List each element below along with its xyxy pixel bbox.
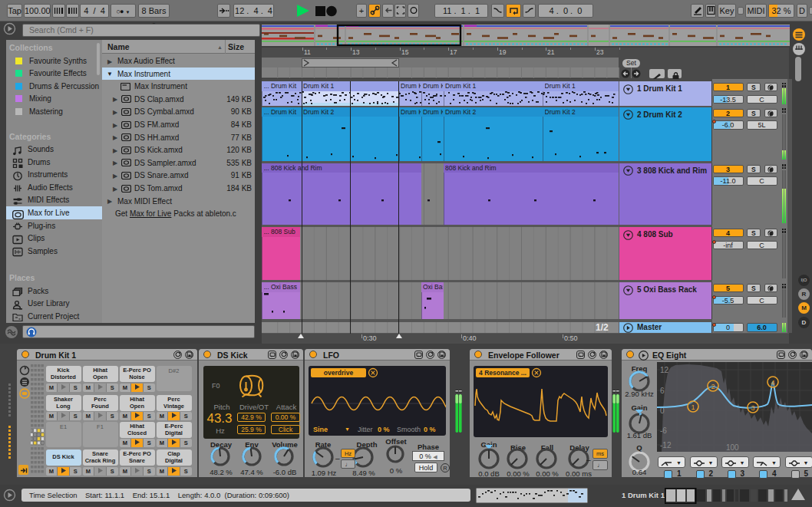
svg-text:2: 2 xyxy=(711,383,715,390)
svg-text:1: 1 xyxy=(691,403,695,411)
svg-text:12: 12 xyxy=(660,366,669,374)
svg-text:3: 3 xyxy=(751,404,754,412)
svg-text:-12: -12 xyxy=(660,441,672,449)
svg-text:100: 100 xyxy=(726,443,739,452)
svg-text:-6: -6 xyxy=(660,426,667,435)
svg-text:4: 4 xyxy=(771,379,774,387)
svg-text:6: 6 xyxy=(660,387,665,395)
